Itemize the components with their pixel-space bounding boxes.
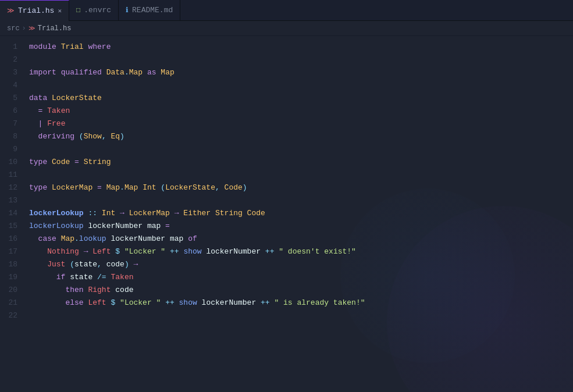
tab-envrc[interactable]: □ .envrc [69, 0, 119, 21]
breadcrumb-src: src [7, 24, 20, 33]
code-line-8: 8 deriving (Show, Eq) [0, 130, 573, 143]
line-content-20: then Right code [29, 284, 573, 297]
code-line-7: 7 | Free [0, 117, 573, 130]
line-content-21: else Left $ "Locker " ++ show lockerNumb… [29, 297, 573, 309]
code-line-22: 22 [0, 309, 573, 322]
line-num-20: 20 [0, 284, 29, 297]
info-icon: ℹ [126, 6, 129, 15]
breadcrumb: src › ≫ Trial.hs [0, 21, 573, 36]
code-line-10: 10 type Code = String [0, 156, 573, 169]
env-icon: □ [76, 6, 80, 15]
breadcrumb-file: Trial.hs [38, 24, 72, 33]
code-line-13: 13 [0, 194, 573, 207]
line-num-12: 12 [0, 181, 29, 194]
code-line-20: 20 then Right code [0, 284, 573, 297]
line-content-17: Nothing → Left $ "Locker " ++ show locke… [29, 245, 573, 258]
line-content-14: lockerLookup :: Int → LockerMap → Either… [29, 207, 573, 220]
code-line-11: 11 [0, 169, 573, 181]
line-content-16: case Map.lookup lockerNumber map of [29, 233, 573, 245]
code-line-16: 16 case Map.lookup lockerNumber map of [0, 233, 573, 245]
code-line-12: 12 type LockerMap = Map.Map Int (LockerS… [0, 181, 573, 194]
line-num-13: 13 [0, 194, 29, 207]
line-num-5: 5 [0, 92, 29, 105]
line-num-4: 4 [0, 79, 29, 92]
line-num-1: 1 [0, 41, 29, 54]
editor-area[interactable]: 1 module Trial where 2 3 import qualifie… [0, 36, 573, 392]
code-line-2: 2 [0, 54, 573, 66]
code-line-17: 17 Nothing → Left $ "Locker " ++ show lo… [0, 245, 573, 258]
line-content-5: data LockerState [29, 92, 573, 105]
code-line-15: 15 lockerLookup lockerNumber map = [0, 220, 573, 233]
line-content-19: if state /= Taken [29, 271, 573, 284]
code-area: 1 module Trial where 2 3 import qualifie… [0, 41, 573, 322]
line-content-7: | Free [29, 117, 573, 130]
line-content-18: Just (state, code) → [29, 258, 573, 271]
line-num-11: 11 [0, 169, 29, 181]
line-content-12: type LockerMap = Map.Map Int (LockerStat… [29, 181, 573, 194]
tab-label-trial-hs: Trial.hs [18, 6, 54, 15]
line-num-18: 18 [0, 258, 29, 271]
line-num-6: 6 [0, 105, 29, 117]
code-line-5: 5 data LockerState [0, 92, 573, 105]
line-content-1: module Trial where [29, 41, 573, 54]
code-line-1: 1 module Trial where [0, 41, 573, 54]
code-line-4: 4 [0, 79, 573, 92]
code-line-14: 14 lockerLookup :: Int → LockerMap → Eit… [0, 207, 573, 220]
breadcrumb-sep: › [22, 24, 26, 33]
code-line-3: 3 import qualified Data.Map as Map [0, 66, 573, 79]
code-line-18: 18 Just (state, code) → [0, 258, 573, 271]
line-num-16: 16 [0, 233, 29, 245]
line-content-15: lockerLookup lockerNumber map = [29, 220, 573, 233]
line-num-19: 19 [0, 271, 29, 284]
tab-label-envrc: .envrc [84, 6, 111, 15]
line-num-8: 8 [0, 130, 29, 143]
breadcrumb-hs-icon: ≫ [29, 24, 35, 32]
line-num-10: 10 [0, 156, 29, 169]
line-num-3: 3 [0, 66, 29, 79]
close-tab-icon[interactable]: ✕ [58, 7, 62, 15]
line-num-15: 15 [0, 220, 29, 233]
line-num-7: 7 [0, 117, 29, 130]
line-num-22: 22 [0, 309, 29, 322]
code-line-19: 19 if state /= Taken [0, 271, 573, 284]
code-line-6: 6 = Taken [0, 105, 573, 117]
line-content-3: import qualified Data.Map as Map [29, 66, 573, 79]
line-num-14: 14 [0, 207, 29, 220]
line-content-10: type Code = String [29, 156, 573, 169]
line-content-6: = Taken [29, 105, 573, 117]
code-line-21: 21 else Left $ "Locker " ++ show lockerN… [0, 297, 573, 309]
tab-trial-hs[interactable]: ≫ Trial.hs ✕ [0, 0, 69, 21]
line-num-9: 9 [0, 143, 29, 156]
line-content-8: deriving (Show, Eq) [29, 130, 573, 143]
line-num-17: 17 [0, 245, 29, 258]
line-num-21: 21 [0, 297, 29, 309]
tab-bar: ≫ Trial.hs ✕ □ .envrc ℹ README.md [0, 0, 573, 21]
line-num-2: 2 [0, 54, 29, 66]
code-line-9: 9 [0, 143, 573, 156]
tab-readme[interactable]: ℹ README.md [119, 0, 180, 21]
tab-label-readme: README.md [132, 6, 173, 15]
hs-icon: ≫ [7, 6, 15, 15]
